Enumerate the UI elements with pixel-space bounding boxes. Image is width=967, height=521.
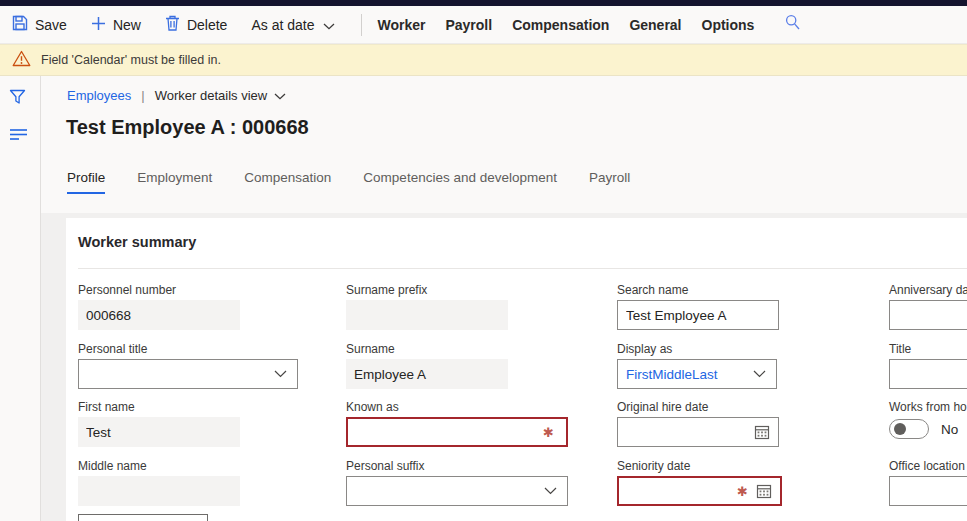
- field-label: Search name: [617, 283, 779, 297]
- chevron-down-icon: [323, 17, 335, 33]
- display-as-value[interactable]: [618, 360, 776, 388]
- personal-suffix-value[interactable]: [347, 477, 567, 505]
- known-as-input[interactable]: ✱: [346, 417, 568, 447]
- filter-icon[interactable]: [9, 89, 26, 109]
- field-display-as: Display as: [617, 342, 777, 389]
- view-selector-label: Worker details view: [155, 88, 267, 103]
- as-at-date-label: As at date: [251, 17, 314, 33]
- menu-options[interactable]: Options: [702, 17, 755, 33]
- field-label: Anniversary da: [889, 283, 967, 297]
- field-label: Display as: [617, 342, 777, 356]
- personnel-number-value: [78, 300, 240, 330]
- field-seniority-date: Seniority date ✱: [617, 459, 782, 506]
- calendar-icon[interactable]: [756, 483, 772, 499]
- delete-button[interactable]: Delete: [165, 15, 227, 34]
- field-personal-suffix: Personal suffix: [346, 459, 568, 506]
- field-label: Surname: [346, 342, 508, 356]
- tab-compensation[interactable]: Compensation: [244, 170, 331, 194]
- field-label: Known as: [346, 400, 568, 414]
- field-label: Original hire date: [617, 400, 779, 414]
- new-button[interactable]: New: [91, 16, 141, 34]
- first-name-value: [78, 417, 240, 447]
- anniversary-date-input[interactable]: [889, 300, 967, 330]
- personnel-number-input: [78, 300, 240, 330]
- tab-profile[interactable]: Profile: [67, 170, 105, 194]
- menu-general[interactable]: General: [629, 17, 681, 33]
- original-hire-date-input[interactable]: [617, 417, 779, 447]
- office-location-input[interactable]: [889, 476, 967, 506]
- trash-icon: [165, 15, 180, 34]
- personal-suffix-dropdown[interactable]: [346, 476, 568, 506]
- works-from-home-toggle[interactable]: [889, 419, 929, 439]
- tab-payroll[interactable]: Payroll: [589, 170, 630, 194]
- seniority-date-input[interactable]: ✱: [617, 476, 782, 506]
- expand-pane-icon[interactable]: [9, 127, 28, 145]
- view-selector[interactable]: Worker details view: [155, 88, 286, 103]
- menu-payroll[interactable]: Payroll: [445, 17, 492, 33]
- breadcrumb: Employees | Worker details view: [67, 88, 286, 103]
- known-as-value[interactable]: [348, 419, 566, 445]
- field-label: Surname prefix: [346, 283, 508, 297]
- surname-value: [346, 359, 508, 389]
- delete-label: Delete: [187, 17, 227, 33]
- middle-name-value: [78, 476, 240, 506]
- section-divider: [78, 268, 967, 269]
- search-button[interactable]: [784, 14, 801, 35]
- anniversary-date-value[interactable]: [890, 301, 967, 329]
- field-office-location: Office location: [889, 459, 967, 506]
- surname-input: [346, 359, 508, 389]
- breadcrumb-employees-link[interactable]: Employees: [67, 88, 131, 103]
- personal-title-dropdown[interactable]: [78, 359, 298, 389]
- required-asterisk: ✱: [543, 425, 554, 440]
- field-label: Works from ho: [889, 400, 967, 414]
- field-label: First name: [78, 400, 240, 414]
- plus-icon: [91, 16, 106, 34]
- section-title: Worker summary: [78, 234, 196, 250]
- field-original-hire-date: Original hire date: [617, 400, 779, 447]
- warning-banner: Field 'Calendar' must be filled in.: [0, 44, 967, 76]
- field-label: Personal suffix: [346, 459, 568, 473]
- required-asterisk: ✱: [737, 484, 748, 499]
- surname-prefix-value: [346, 300, 508, 330]
- field-surname-prefix: Surname prefix: [346, 283, 508, 330]
- save-button[interactable]: Save: [12, 15, 67, 34]
- field-known-as: Known as ✱: [346, 400, 568, 447]
- field-label: Title: [889, 342, 967, 356]
- field-label: Personal title: [78, 342, 298, 356]
- new-label: New: [113, 17, 141, 33]
- search-name-input[interactable]: [617, 300, 779, 330]
- field-works-from-home: Works from ho No: [889, 400, 967, 439]
- breadcrumb-separator: |: [141, 88, 144, 103]
- chevron-down-icon: [274, 88, 286, 103]
- field-personal-title: Personal title: [78, 342, 298, 389]
- command-bar: Save New Delete As at date Worker Payrol…: [0, 6, 967, 44]
- clipped-control[interactable]: [78, 514, 208, 521]
- tab-strip: Profile Employment Compensation Competen…: [67, 170, 630, 194]
- field-label: Personnel number: [78, 283, 240, 297]
- search-icon: [784, 14, 801, 35]
- field-label: Office location: [889, 459, 967, 473]
- personal-title-value[interactable]: [79, 360, 297, 388]
- field-title: Title: [889, 342, 967, 389]
- worker-details-page: Save New Delete As at date Worker Payrol…: [0, 0, 967, 521]
- menu-worker[interactable]: Worker: [377, 17, 425, 33]
- middle-name-input: [78, 476, 240, 506]
- menu-compensation[interactable]: Compensation: [512, 17, 609, 33]
- surname-prefix-input: [346, 300, 508, 330]
- title-input[interactable]: [889, 359, 967, 389]
- tab-competencies[interactable]: Competencies and development: [363, 170, 557, 194]
- display-as-dropdown[interactable]: [617, 359, 777, 389]
- office-location-value[interactable]: [890, 477, 967, 505]
- field-search-name: Search name: [617, 283, 779, 330]
- as-at-date-button[interactable]: As at date: [251, 17, 335, 33]
- title-value[interactable]: [890, 360, 967, 388]
- save-icon: [12, 15, 28, 34]
- field-first-name: First name: [78, 400, 240, 447]
- warning-triangle-icon: [12, 50, 31, 71]
- calendar-icon[interactable]: [754, 424, 770, 440]
- tab-employment[interactable]: Employment: [137, 170, 212, 194]
- warning-banner-text: Field 'Calendar' must be filled in.: [41, 53, 221, 67]
- search-name-value[interactable]: [618, 301, 778, 329]
- toggle-state-label: No: [941, 422, 958, 437]
- field-middle-name: Middle name: [78, 459, 240, 506]
